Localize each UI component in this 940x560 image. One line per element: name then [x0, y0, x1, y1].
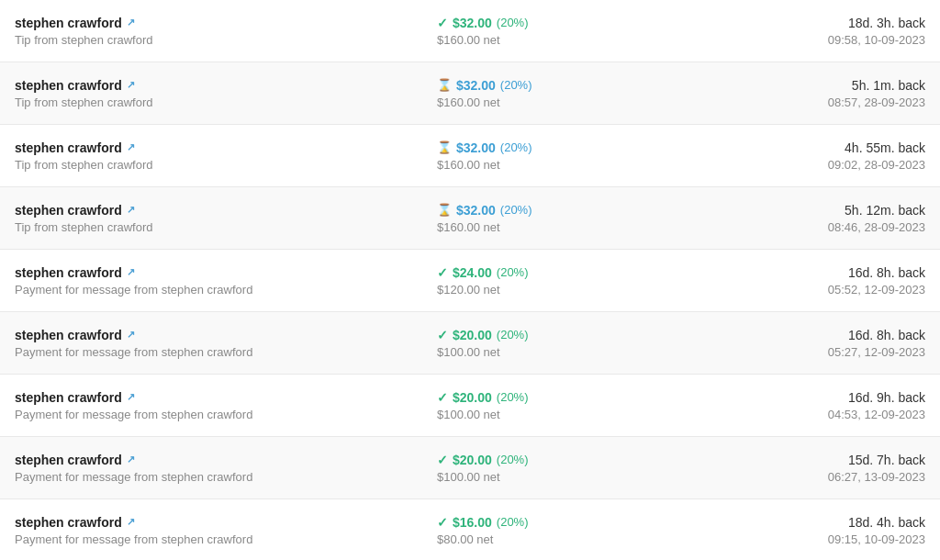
external-link-icon[interactable]: ↗ — [127, 79, 135, 91]
amount-value: $32.00 — [456, 140, 496, 155]
time-relative: 16d. 9h. back — [676, 390, 925, 405]
amount-percent: (20%) — [500, 140, 532, 154]
time-col: 18d. 4h. back 09:15, 10-09-2023 — [676, 515, 925, 546]
time-col: 16d. 8h. back 05:52, 12-09-2023 — [676, 265, 925, 297]
time-col: 18d. 3h. back 09:58, 10-09-2023 — [676, 16, 925, 47]
amount-col: ✓ $20.00 (20%) $100.00 net — [382, 390, 676, 421]
time-col: 5h. 12m. back 08:46, 28-09-2023 — [676, 203, 925, 234]
amount-main: ✓ $20.00 (20%) — [437, 390, 676, 405]
external-link-icon[interactable]: ↗ — [127, 141, 135, 153]
amount-net: $80.00 net — [437, 532, 676, 546]
transaction-description: Tip from stephen crawford — [15, 220, 382, 234]
check-icon: ✓ — [437, 16, 448, 30]
check-icon: ✓ — [437, 328, 448, 342]
table-row: stephen crawford ↗ Payment for message f… — [0, 437, 940, 499]
amount-net: $160.00 net — [437, 33, 676, 47]
transaction-description: Payment for message from stephen crawfor… — [15, 345, 382, 359]
amount-value: $20.00 — [453, 453, 492, 467]
user-name: stephen crawford ↗ — [15, 16, 382, 30]
amount-percent: (20%) — [497, 390, 529, 404]
amount-value: $20.00 — [453, 390, 492, 405]
external-link-icon[interactable]: ↗ — [127, 204, 135, 216]
amount-main: ✓ $16.00 (20%) — [437, 515, 676, 530]
time-col: 5h. 1m. back 08:57, 28-09-2023 — [676, 78, 925, 109]
user-name: stephen crawford ↗ — [15, 328, 382, 342]
external-link-icon[interactable]: ↗ — [127, 17, 135, 28]
table-row: stephen crawford ↗ Tip from stephen craw… — [0, 187, 940, 250]
amount-main: ⌛ $32.00 (20%) — [437, 78, 676, 93]
time-absolute: 08:46, 28-09-2023 — [676, 220, 925, 234]
external-link-icon[interactable]: ↗ — [127, 329, 135, 341]
time-absolute: 09:58, 10-09-2023 — [676, 33, 925, 47]
user-name: stephen crawford ↗ — [15, 453, 382, 467]
amount-col: ✓ $20.00 (20%) $100.00 net — [382, 453, 676, 484]
time-relative: 4h. 55m. back — [676, 140, 925, 155]
transaction-description: Payment for message from stephen crawfor… — [15, 470, 382, 484]
external-link-icon[interactable]: ↗ — [127, 516, 135, 528]
amount-percent: (20%) — [497, 515, 529, 529]
amount-percent: (20%) — [497, 16, 529, 29]
amount-main: ✓ $24.00 (20%) — [437, 265, 676, 280]
transaction-description: Payment for message from stephen crawfor… — [15, 283, 382, 297]
time-absolute: 08:57, 28-09-2023 — [676, 95, 925, 109]
amount-main: ⌛ $32.00 (20%) — [437, 140, 676, 155]
amount-percent: (20%) — [500, 78, 532, 92]
amount-col: ⌛ $32.00 (20%) $160.00 net — [382, 203, 676, 234]
time-absolute: 09:15, 10-09-2023 — [676, 532, 925, 546]
time-absolute: 05:27, 12-09-2023 — [676, 345, 925, 359]
table-row: stephen crawford ↗ Payment for message f… — [0, 499, 940, 560]
external-link-icon[interactable]: ↗ — [127, 391, 135, 403]
external-link-icon[interactable]: ↗ — [127, 454, 135, 465]
user-col: stephen crawford ↗ Payment for message f… — [15, 328, 382, 359]
time-col: 16d. 9h. back 04:53, 12-09-2023 — [676, 390, 925, 421]
time-absolute: 05:52, 12-09-2023 — [676, 283, 925, 297]
transaction-list: stephen crawford ↗ Tip from stephen craw… — [0, 0, 940, 560]
user-col: stephen crawford ↗ Payment for message f… — [15, 515, 382, 546]
user-name: stephen crawford ↗ — [15, 140, 382, 155]
transaction-description: Tip from stephen crawford — [15, 158, 382, 172]
amount-value: $20.00 — [453, 328, 492, 342]
user-col: stephen crawford ↗ Payment for message f… — [15, 390, 382, 421]
amount-value: $32.00 — [456, 203, 496, 218]
amount-col: ✓ $20.00 (20%) $100.00 net — [382, 328, 676, 359]
hourglass-icon: ⌛ — [437, 78, 452, 92]
user-col: stephen crawford ↗ Payment for message f… — [15, 453, 382, 484]
time-absolute: 06:27, 13-09-2023 — [676, 470, 925, 484]
amount-col: ⌛ $32.00 (20%) $160.00 net — [382, 140, 676, 172]
check-icon: ✓ — [437, 515, 448, 530]
table-row: stephen crawford ↗ Payment for message f… — [0, 250, 940, 312]
table-row: stephen crawford ↗ Tip from stephen craw… — [0, 62, 940, 125]
amount-percent: (20%) — [497, 265, 529, 279]
check-icon: ✓ — [437, 265, 448, 280]
check-icon: ✓ — [437, 390, 448, 405]
amount-net: $160.00 net — [437, 158, 676, 172]
amount-col: ✓ $32.00 (20%) $160.00 net — [382, 16, 676, 47]
amount-col: ⌛ $32.00 (20%) $160.00 net — [382, 78, 676, 109]
time-relative: 16d. 8h. back — [676, 328, 925, 342]
amount-main: ✓ $20.00 (20%) — [437, 328, 676, 342]
amount-value: $32.00 — [456, 78, 496, 93]
user-name: stephen crawford ↗ — [15, 265, 382, 280]
amount-main: ✓ $32.00 (20%) — [437, 16, 676, 30]
user-name: stephen crawford ↗ — [15, 390, 382, 405]
amount-main: ✓ $20.00 (20%) — [437, 453, 676, 467]
time-absolute: 09:02, 28-09-2023 — [676, 158, 925, 172]
amount-value: $32.00 — [453, 16, 492, 30]
transaction-description: Tip from stephen crawford — [15, 95, 382, 109]
user-col: stephen crawford ↗ Tip from stephen craw… — [15, 16, 382, 47]
time-col: 16d. 8h. back 05:27, 12-09-2023 — [676, 328, 925, 359]
hourglass-icon: ⌛ — [437, 140, 452, 154]
user-name: stephen crawford ↗ — [15, 203, 382, 218]
table-row: stephen crawford ↗ Tip from stephen craw… — [0, 125, 940, 187]
user-name: stephen crawford ↗ — [15, 78, 382, 93]
amount-main: ⌛ $32.00 (20%) — [437, 203, 676, 218]
table-row: stephen crawford ↗ Payment for message f… — [0, 312, 940, 375]
external-link-icon[interactable]: ↗ — [127, 266, 135, 278]
time-relative: 16d. 8h. back — [676, 265, 925, 280]
time-relative: 18d. 3h. back — [676, 16, 925, 30]
amount-value: $16.00 — [453, 515, 492, 530]
amount-percent: (20%) — [500, 203, 532, 217]
time-relative: 5h. 12m. back — [676, 203, 925, 218]
time-relative: 18d. 4h. back — [676, 515, 925, 530]
amount-col: ✓ $16.00 (20%) $80.00 net — [382, 515, 676, 546]
